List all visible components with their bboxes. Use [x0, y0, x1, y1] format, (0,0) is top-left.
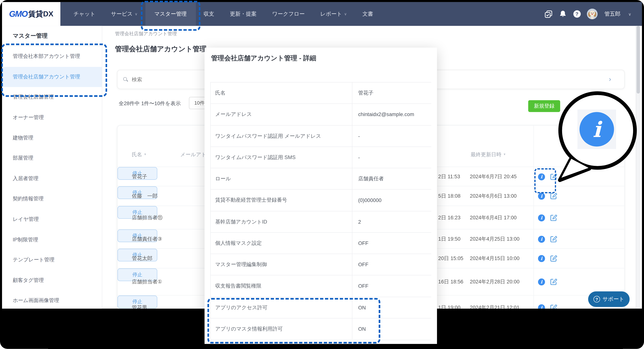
nav-item-6[interactable]: ワークフロー [264, 2, 312, 26]
detail-label: ロール [215, 175, 231, 182]
edit-icon[interactable] [550, 255, 557, 262]
sidebar-item-10[interactable]: IP制限管理 [2, 230, 102, 250]
nav-item-2[interactable]: サービス∨ [103, 2, 145, 26]
detail-value: ON [358, 305, 366, 310]
sidebar-item-9[interactable]: レイヤ管理 [2, 209, 102, 230]
cell-updated: 2024年6月7日 20:45 [470, 173, 517, 180]
info-icon[interactable]: i [538, 193, 545, 200]
support-button[interactable]: ? サポート [588, 291, 630, 307]
edit-icon[interactable] [550, 173, 557, 180]
sidebar-item-13[interactable]: ホーム画面画像管理 [2, 291, 102, 311]
detail-value: 店舗責任者 [358, 175, 384, 182]
detail-value: OFF [358, 262, 368, 268]
avatar[interactable] [587, 9, 598, 19]
sidebar-item-4[interactable]: オーナー管理 [2, 107, 102, 128]
search-icon [123, 77, 128, 82]
modal-title: 管理会社店舗アカウント管理 - 詳細 [211, 54, 316, 63]
modal-detail-row: マスター管理編集制御OFF [210, 254, 431, 276]
info-icon[interactable]: i [538, 173, 545, 180]
info-icon[interactable]: i [538, 255, 545, 262]
edit-icon[interactable] [550, 193, 557, 200]
detail-modal: 管理会社店舗アカウント管理 - 詳細 氏名管花子メールアドレスchintaidx… [204, 48, 437, 344]
detail-label: 賃貸不動産経営管理士登録番号 [215, 197, 287, 204]
nav-item-label: 更新・提案 [230, 10, 257, 17]
edit-icon[interactable] [550, 279, 557, 286]
nav-item-label: チャット [74, 10, 96, 17]
detail-value: 2 [358, 219, 361, 225]
nav-item-label: 収支 [204, 10, 214, 17]
modal-detail-row: アプリのアクセス許可ON [210, 297, 431, 319]
sidebar-item-5[interactable]: 建物管理 [2, 128, 102, 148]
detail-value: 管花子 [358, 90, 374, 97]
modal-detail-row: メールアドレスchintaidx2@sample.com [210, 103, 431, 125]
detail-label: マスター管理編集制御 [215, 261, 267, 268]
scrollbar-thumb[interactable] [637, 26, 640, 93]
nav-item-label: サービス [111, 10, 133, 17]
support-label: サポート [602, 296, 624, 303]
app-logo[interactable]: GMO賃貸DX [2, 2, 60, 26]
sidebar-item-7[interactable]: 入居者管理 [2, 168, 102, 189]
detail-label: 氏名 [215, 90, 225, 97]
sort-down-icon: ▼ [144, 153, 146, 156]
nav-item-label: レポート [320, 10, 342, 17]
nav-item-3[interactable]: マスター管理 [145, 2, 196, 26]
sort-down-icon: ▼ [503, 153, 506, 156]
chevron-down-icon: ∨ [628, 12, 631, 16]
question-icon: ? [594, 296, 600, 303]
bell-icon[interactable] [559, 10, 567, 18]
edit-icon[interactable] [550, 214, 557, 221]
sidebar-item-3[interactable]: 管理会社店舗管理 [2, 87, 102, 107]
result-count: 全28件中 1件〜10件を表示 [118, 100, 181, 107]
detail-label: メールアドレス [215, 111, 252, 118]
modal-detail-row: 氏名管花子 [210, 82, 431, 104]
chevron-down-icon: ∨ [135, 12, 138, 16]
modal-detail-row: ロール店舗責任者 [210, 168, 431, 190]
info-icon[interactable]: i [538, 236, 545, 243]
cell-created-partial: 5日 18:08 [438, 193, 460, 200]
modal-detail-row: 個人情報マスク設定OFF [210, 232, 431, 254]
detail-value: ON [358, 326, 366, 332]
nav-item-5[interactable]: 更新・提案 [222, 2, 264, 26]
sidebar: マスター管理 管理会社本部アカウント管理管理会社店舗アカウント管理管理会社店舗管… [2, 26, 102, 311]
sidebar-items: 管理会社本部アカウント管理管理会社店舗アカウント管理管理会社店舗管理オーナー管理… [2, 46, 102, 311]
nav-item-1[interactable]: チャット [66, 2, 103, 26]
cell-updated: 2024年6月6日 13:00 [470, 193, 517, 200]
nav-item-4[interactable]: 収支 [196, 2, 222, 26]
chevron-down-icon: ∨ [344, 12, 347, 16]
header-name[interactable]: 氏名▼ [132, 151, 146, 158]
sidebar-item-1[interactable]: 管理会社本部アカウント管理 [2, 46, 102, 67]
nav-item-8[interactable]: 文書 [354, 2, 381, 26]
cell-name: 管花太郎 [132, 255, 152, 262]
cell-name: 店舗担当者⑪ [132, 214, 162, 221]
cell-created-partial: 1日 19:50 [438, 236, 460, 243]
logo-gmo: GMO [9, 9, 28, 19]
header-updated[interactable]: 最終更新日時▼ [471, 151, 506, 158]
scrollbar[interactable] [636, 26, 640, 309]
chevron-right-icon[interactable]: › [609, 75, 611, 83]
nav-item-label: マスター管理 [154, 10, 187, 17]
detail-value: - [358, 133, 360, 139]
cell-created-partial: 20日 15:05 [438, 255, 463, 262]
sidebar-title: マスター管理 [2, 26, 102, 46]
register-button[interactable]: 新規登録 [528, 100, 560, 112]
help-circle-icon[interactable]: ? [573, 10, 581, 17]
sidebar-item-8[interactable]: 契約情報管理 [2, 189, 102, 209]
sidebar-item-2[interactable]: 管理会社店舗アカウント管理 [2, 67, 102, 87]
detail-value: OFF [358, 241, 368, 246]
cell-updated: 2024年4月15日 10:00 [470, 255, 520, 262]
detail-value: (0)000000 [358, 198, 382, 203]
sidebar-item-11[interactable]: テンプレート管理 [2, 250, 102, 270]
info-icon[interactable]: i [538, 214, 545, 221]
top-nav: チャットサービス∨マスター管理収支更新・提案ワークフローレポート∨文書 ? [2, 2, 642, 26]
edit-icon[interactable] [550, 236, 557, 243]
task-check-icon[interactable] [544, 10, 553, 18]
info-icon[interactable]: i [538, 279, 545, 286]
detail-label: 個人情報マスク設定 [215, 240, 262, 247]
detail-value: - [358, 155, 360, 160]
cell-name: 管花子 [132, 173, 147, 180]
sidebar-item-12[interactable]: 顧客タグ管理 [2, 270, 102, 291]
sidebar-item-6[interactable]: 部屋管理 [2, 148, 102, 168]
user-name[interactable]: 管五郎 [604, 10, 620, 17]
modal-detail-row: ワンタイムパスワード認証用 メールアドレス- [210, 125, 431, 147]
nav-item-7[interactable]: レポート∨ [312, 2, 354, 26]
